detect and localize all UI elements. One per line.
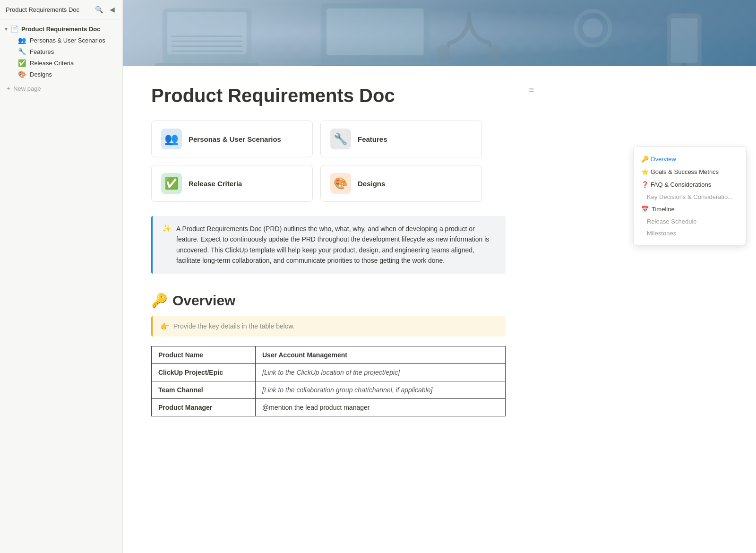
table-value: @mention the lead product manager xyxy=(256,398,506,416)
key-toc-icon: 🔑 xyxy=(641,156,651,163)
sidebar-item-features[interactable]: 🔧 Features xyxy=(0,46,122,57)
sparkles-icon: ✨ xyxy=(162,224,172,233)
card-features[interactable]: 🔧 Features xyxy=(320,121,482,157)
sidebar-parent-label: Product Requirements Doc xyxy=(21,26,101,33)
card-designs-label: Designs xyxy=(358,180,385,188)
sidebar-item-release-criteria[interactable]: ✅ Release Criteria xyxy=(0,57,122,69)
overview-callout: 👉 Provide the key details in the table b… xyxy=(151,316,506,337)
new-page-label: New page xyxy=(13,85,41,92)
cards-grid: 👥 Personas & User Scenarios 🔧 Features ✅… xyxy=(151,121,482,202)
sidebar-item-designs[interactable]: 🎨 Designs xyxy=(0,69,122,80)
table-row: Product Name User Account Management xyxy=(152,346,506,363)
doc-icon: 📄 xyxy=(10,25,18,33)
svg-rect-6 xyxy=(172,51,243,52)
overview-section-heading: 🔑 Overview xyxy=(151,293,520,309)
sidebar-header-actions: 🔍 ◀ xyxy=(93,5,117,14)
toc-item-key-decisions[interactable]: Key Decisions & Consideratio... xyxy=(634,191,746,203)
table-value: User Account Management xyxy=(256,346,506,363)
svg-point-10 xyxy=(437,45,450,63)
overview-heading-text: Overview xyxy=(172,293,235,309)
card-personas[interactable]: 👥 Personas & User Scenarios xyxy=(151,121,313,157)
table-key: Product Manager xyxy=(152,398,256,416)
card-features-label: Features xyxy=(358,135,387,143)
intro-callout-text: A Product Requirements Doc (PRD) outline… xyxy=(176,224,496,266)
features-icon: 🔧 xyxy=(18,48,26,55)
toc-item-release-schedule[interactable]: Release Schedule xyxy=(634,216,746,227)
svg-point-16 xyxy=(583,18,603,38)
overview-callout-text: Provide the key details in the table bel… xyxy=(173,322,295,330)
svg-rect-3 xyxy=(172,35,243,37)
main-content: ≡ Product Requirements Doc 👥 Personas & … xyxy=(123,0,756,553)
toc-milestones-label: Milestones xyxy=(647,230,676,237)
sidebar-title: Product Requirements Doc xyxy=(6,6,79,13)
outline-button[interactable]: ≡ xyxy=(529,85,534,95)
features-card-icon: 🔧 xyxy=(330,129,351,149)
toc-item-overview[interactable]: 🔑 Overview xyxy=(634,153,746,165)
card-personas-label: Personas & User Scenarios xyxy=(189,135,281,143)
toc-key-decisions-label: Key Decisions & Consideratio... xyxy=(647,193,733,200)
svg-point-11 xyxy=(488,45,502,63)
plus-icon: + xyxy=(7,85,10,92)
key-icon: 🔑 xyxy=(151,293,168,308)
intro-callout: ✨ A Product Requirements Doc (PRD) outli… xyxy=(151,216,506,274)
hero-image xyxy=(123,0,756,66)
chevron-down-icon: ▼ xyxy=(4,26,9,32)
card-release-criteria[interactable]: ✅ Release Criteria xyxy=(151,165,313,202)
toc-item-milestones[interactable]: Milestones xyxy=(634,227,746,239)
svg-rect-1 xyxy=(167,12,247,54)
collapse-sidebar-button[interactable]: ◀ xyxy=(108,5,117,14)
toc-panel: 🔑 Overview ⭐ Goals & Success Metrics ❓ F… xyxy=(633,147,747,245)
release-criteria-card-icon: ✅ xyxy=(161,173,182,194)
sidebar: Product Requirements Doc 🔍 ◀ ▼ 📄 Product… xyxy=(0,0,123,553)
svg-rect-5 xyxy=(172,45,243,47)
table-value: [Link to the ClickUp location of the pro… xyxy=(256,363,506,381)
svg-rect-2 xyxy=(155,63,259,66)
new-page-button[interactable]: + New page xyxy=(0,82,122,95)
table-key: ClickUp Project/Epic xyxy=(152,363,256,381)
sidebar-item-label: Personas & User Scenarios xyxy=(30,37,105,44)
sidebar-item-label: Features xyxy=(30,48,54,55)
star-toc-icon: ⭐ xyxy=(641,168,651,175)
release-criteria-icon: ✅ xyxy=(18,59,26,67)
toc-item-timeline[interactable]: 📅 Timeline xyxy=(634,203,746,216)
personas-icon: 👥 xyxy=(18,36,26,44)
table-key: Product Name xyxy=(152,346,256,363)
sidebar-parent-item[interactable]: ▼ 📄 Product Requirements Doc xyxy=(0,23,122,35)
svg-rect-8 xyxy=(326,9,423,55)
personas-card-icon: 👥 xyxy=(161,129,182,149)
toc-overview-label: Overview xyxy=(651,156,676,163)
table-value: [Link to the collaboration group chat/ch… xyxy=(256,381,506,398)
designs-icon: 🎨 xyxy=(18,70,26,78)
sidebar-item-personas[interactable]: 👥 Personas & User Scenarios xyxy=(0,35,122,46)
table-key: Team Channel xyxy=(152,381,256,398)
page-title: Product Requirements Doc xyxy=(151,85,520,106)
sidebar-header: Product Requirements Doc 🔍 ◀ xyxy=(0,0,122,19)
search-button[interactable]: 🔍 xyxy=(93,5,105,14)
calendar-toc-icon: 📅 xyxy=(641,206,649,213)
sidebar-nav: ▼ 📄 Product Requirements Doc 👥 Personas … xyxy=(0,19,122,99)
toc-item-faq[interactable]: ❓ FAQ & Considerations xyxy=(634,178,746,191)
table-row: ClickUp Project/Epic [Link to the ClickU… xyxy=(152,363,506,381)
svg-rect-13 xyxy=(671,18,698,63)
toc-timeline-label: Timeline xyxy=(652,206,675,213)
toc-faq-label: FAQ & Considerations xyxy=(651,181,712,188)
toc-item-goals[interactable]: ⭐ Goals & Success Metrics xyxy=(634,165,746,178)
designs-card-icon: 🎨 xyxy=(330,173,351,194)
toc-release-schedule-label: Release Schedule xyxy=(647,218,697,225)
table-row: Product Manager @mention the lead produc… xyxy=(152,398,506,416)
question-toc-icon: ❓ xyxy=(641,181,651,188)
toc-goals-label: Goals & Success Metrics xyxy=(651,168,719,175)
card-designs[interactable]: 🎨 Designs xyxy=(320,165,482,202)
details-table: Product Name User Account Management Cli… xyxy=(151,346,506,416)
svg-rect-4 xyxy=(172,41,243,42)
card-release-criteria-label: Release Criteria xyxy=(189,180,242,188)
content-area: ≡ Product Requirements Doc 👥 Personas & … xyxy=(123,66,548,445)
sidebar-item-label: Release Criteria xyxy=(30,60,74,67)
sidebar-item-label: Designs xyxy=(30,71,52,78)
pointing-icon: 👉 xyxy=(160,322,170,331)
table-row: Team Channel [Link to the collaboration … xyxy=(152,381,506,398)
